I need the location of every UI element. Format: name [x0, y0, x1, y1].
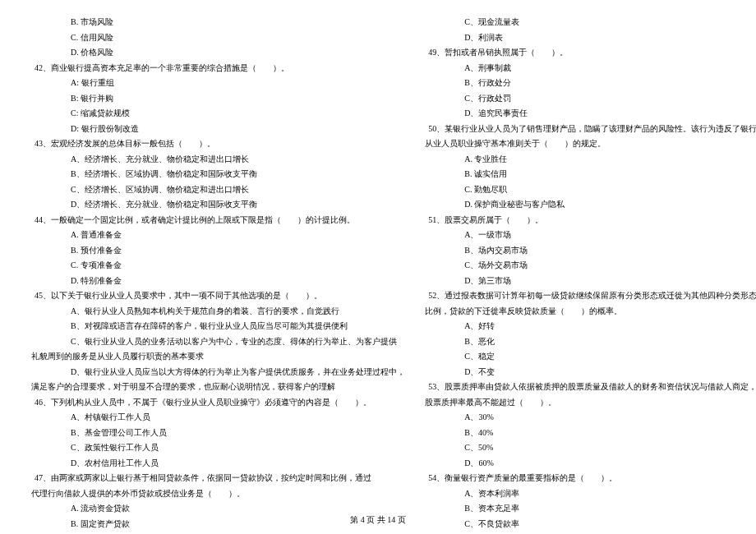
page-footer: 第 4 页 共 14 页	[0, 514, 756, 526]
option-line: B、经济增长、区域协调、物价稳定和国际收支平衡	[31, 167, 405, 182]
option-line: A、一级市场	[425, 228, 756, 243]
option-line: B、40%	[425, 426, 756, 441]
option-line: A. 专业胜任	[425, 152, 756, 168]
question-line: 44、一般确定一个固定比例，或者确定计提比例的上限或下限是指（ ）的计提比例。	[35, 213, 405, 228]
question-line: 52、通过报表数据可计算年初每一级贷款继续保留原有分类形态或迁徙为其他四种分类形…	[428, 288, 756, 304]
question-line: 53、股票质押率由贷款人依据被质押的股票质量及借款人的财务和资信状况与借款人商定…	[428, 380, 756, 395]
option-line: A、好转	[425, 319, 756, 334]
option-line: C. 信用风险	[31, 30, 405, 46]
right-column: C、现金流量表D、利润表49、暂扣或者吊销执照属于（ ）。A、刑事制裁B、行政处…	[425, 15, 756, 503]
question-line: 46、下列机构从业人员中，不属于《银行业从业人员职业操守》必须遵守的内容是（ ）…	[35, 395, 405, 411]
continuation-line: 比例，贷款的下迁徙率反映贷款质量（ ）的概率。	[425, 304, 756, 320]
option-line: C、经济增长、区域协调、物价稳定和进出口增长	[31, 182, 405, 198]
option-line: A、村镇银行工作人员	[31, 410, 405, 426]
option-line: B. 市场风险	[31, 15, 405, 30]
left-column: B. 市场风险C. 信用风险D. 价格风险42、商业银行提高资本充足率的一个非常…	[31, 15, 405, 503]
option-line: B、恶化	[425, 334, 756, 350]
continuation-line: 礼貌周到的服务是从业人员履行职责的基本要求	[31, 349, 405, 365]
option-line: D、不变	[425, 365, 756, 380]
question-line: 50、某银行业从业人员为了销售理财产品，隐瞒了该理财产品的风险性。该行为违反了银…	[428, 122, 756, 137]
option-line: A: 银行重组	[31, 76, 405, 91]
option-line: D、银行业从业人员应当以大方得体的行为举止为客户提供优质服务，并在业务处理过程中…	[31, 365, 405, 380]
option-line: D. 保护商业秘密与客户隐私	[425, 197, 756, 213]
option-line: D、利润表	[425, 30, 756, 46]
option-line: A、资本利润率	[425, 486, 756, 502]
option-line: C. 专项准备金	[31, 258, 405, 274]
option-line: B、对视障或语言存在障碍的客户，银行业从业人员应当尽可能为其提供便利	[31, 319, 405, 334]
option-line: C、现金流量表	[425, 15, 756, 30]
question-line: 49、暂扣或者吊销执照属于（ ）。	[428, 45, 756, 61]
option-line: D、60%	[425, 456, 756, 472]
option-line: C、行政处罚	[425, 91, 756, 107]
continuation-line: 代理行向借款人提供的本外币贷款或授信业务是（ ）。	[31, 486, 405, 502]
option-line: C、稳定	[425, 349, 756, 365]
option-line: D: 银行股份制改造	[31, 122, 405, 137]
option-line: C、银行业从业人员的业务活动以客户为中心，专业的态度、得体的行为举止、为客户提供	[31, 334, 405, 350]
option-line: B、场内交易市场	[425, 243, 756, 259]
question-line: 47、由两家或两家以上银行基于相同贷款条件，依据同一贷款协议，按约定时间和比例，…	[35, 471, 405, 486]
option-line: D、追究民事责任	[425, 106, 756, 122]
question-line: 51、股票交易所属于（ ）。	[428, 213, 756, 228]
option-line: B. 预付准备金	[31, 243, 405, 259]
option-line: C: 缩减贷款规模	[31, 106, 405, 122]
option-line: A、经济增长、充分就业、物价稳定和进出口增长	[31, 152, 405, 168]
question-line: 42、商业银行提高资本充足率的一个非常重要的综合措施是（ ）。	[35, 61, 405, 76]
option-line: C. 勤勉尽职	[425, 182, 756, 198]
page-columns: B. 市场风险C. 信用风险D. 价格风险42、商业银行提高资本充足率的一个非常…	[31, 15, 725, 503]
question-line: 43、宏观经济发展的总体目标一般包括（ ）。	[35, 136, 405, 152]
continuation-line: 满足客户的合理要求，对于明显不合理的要求，也应耐心说明情况，获得客户的理解	[31, 380, 405, 395]
option-line: C、场外交易市场	[425, 258, 756, 274]
option-line: C、政策性银行工作人员	[31, 440, 405, 456]
option-line: D、经济增长、充分就业、物价稳定和国际收支平衡	[31, 197, 405, 213]
option-line: C、50%	[425, 440, 756, 456]
question-line: 45、以下关于银行业从业人员要求中，其中一项不同于其他选项的是（ ）。	[35, 288, 405, 304]
option-line: B: 银行并购	[31, 91, 405, 107]
option-line: B、基金管理公司工作人员	[31, 426, 405, 441]
option-line: D、农村信用社工作人员	[31, 456, 405, 472]
option-line: A. 普通准备金	[31, 228, 405, 243]
continuation-line: 从业人员职业操守基本准则关于（ ）的规定。	[425, 136, 756, 152]
continuation-line: 股票质押率最高不能超过（ ）。	[425, 395, 756, 411]
option-line: A、银行从业人员熟知本机构关于规范自身的着装、言行的要求，自觉践行	[31, 304, 405, 320]
option-line: D、第三市场	[425, 274, 756, 289]
option-line: D. 价格风险	[31, 45, 405, 61]
option-line: B、行政处分	[425, 76, 756, 91]
option-line: D. 特别准备金	[31, 274, 405, 289]
option-line: A、刑事制裁	[425, 61, 756, 76]
option-line: A、30%	[425, 410, 756, 426]
option-line: B. 诚实信用	[425, 167, 756, 182]
question-line: 54、衡量银行资产质量的最重要指标的是（ ）。	[428, 471, 756, 486]
